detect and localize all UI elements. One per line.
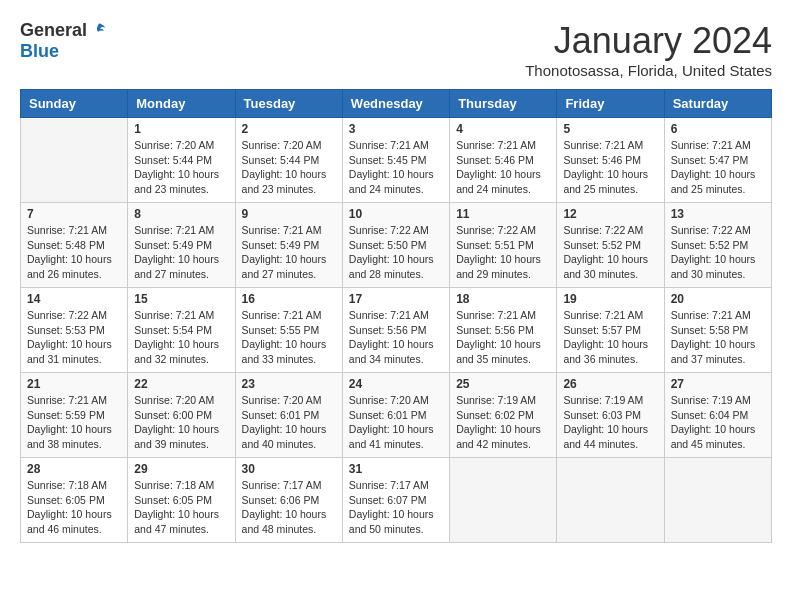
logo-general-text: General bbox=[20, 20, 87, 41]
day-number: 24 bbox=[349, 377, 443, 391]
day-info: Sunrise: 7:22 AM Sunset: 5:52 PM Dayligh… bbox=[671, 223, 765, 282]
calendar-cell: 3Sunrise: 7:21 AM Sunset: 5:45 PM Daylig… bbox=[342, 118, 449, 203]
calendar-header-monday: Monday bbox=[128, 90, 235, 118]
day-info: Sunrise: 7:20 AM Sunset: 5:44 PM Dayligh… bbox=[242, 138, 336, 197]
calendar-cell: 30Sunrise: 7:17 AM Sunset: 6:06 PM Dayli… bbox=[235, 458, 342, 543]
day-number: 30 bbox=[242, 462, 336, 476]
calendar-cell: 12Sunrise: 7:22 AM Sunset: 5:52 PM Dayli… bbox=[557, 203, 664, 288]
day-number: 15 bbox=[134, 292, 228, 306]
day-info: Sunrise: 7:20 AM Sunset: 6:01 PM Dayligh… bbox=[349, 393, 443, 452]
calendar-cell: 10Sunrise: 7:22 AM Sunset: 5:50 PM Dayli… bbox=[342, 203, 449, 288]
day-number: 5 bbox=[563, 122, 657, 136]
calendar-cell: 9Sunrise: 7:21 AM Sunset: 5:49 PM Daylig… bbox=[235, 203, 342, 288]
calendar-table: SundayMondayTuesdayWednesdayThursdayFrid… bbox=[20, 89, 772, 543]
day-number: 10 bbox=[349, 207, 443, 221]
day-number: 27 bbox=[671, 377, 765, 391]
calendar-cell: 1Sunrise: 7:20 AM Sunset: 5:44 PM Daylig… bbox=[128, 118, 235, 203]
day-info: Sunrise: 7:21 AM Sunset: 5:55 PM Dayligh… bbox=[242, 308, 336, 367]
day-info: Sunrise: 7:20 AM Sunset: 5:44 PM Dayligh… bbox=[134, 138, 228, 197]
logo-bird-icon bbox=[89, 21, 109, 41]
day-number: 20 bbox=[671, 292, 765, 306]
day-info: Sunrise: 7:21 AM Sunset: 5:59 PM Dayligh… bbox=[27, 393, 121, 452]
location-subtitle: Thonotosassa, Florida, United States bbox=[525, 62, 772, 79]
day-number: 3 bbox=[349, 122, 443, 136]
calendar-cell: 6Sunrise: 7:21 AM Sunset: 5:47 PM Daylig… bbox=[664, 118, 771, 203]
calendar-cell: 20Sunrise: 7:21 AM Sunset: 5:58 PM Dayli… bbox=[664, 288, 771, 373]
day-info: Sunrise: 7:19 AM Sunset: 6:03 PM Dayligh… bbox=[563, 393, 657, 452]
calendar-cell: 23Sunrise: 7:20 AM Sunset: 6:01 PM Dayli… bbox=[235, 373, 342, 458]
calendar-header-tuesday: Tuesday bbox=[235, 90, 342, 118]
day-number: 26 bbox=[563, 377, 657, 391]
calendar-cell bbox=[450, 458, 557, 543]
calendar-cell: 17Sunrise: 7:21 AM Sunset: 5:56 PM Dayli… bbox=[342, 288, 449, 373]
calendar-cell: 2Sunrise: 7:20 AM Sunset: 5:44 PM Daylig… bbox=[235, 118, 342, 203]
week-row-5: 28Sunrise: 7:18 AM Sunset: 6:05 PM Dayli… bbox=[21, 458, 772, 543]
day-info: Sunrise: 7:22 AM Sunset: 5:50 PM Dayligh… bbox=[349, 223, 443, 282]
day-info: Sunrise: 7:21 AM Sunset: 5:47 PM Dayligh… bbox=[671, 138, 765, 197]
day-number: 22 bbox=[134, 377, 228, 391]
calendar-cell: 16Sunrise: 7:21 AM Sunset: 5:55 PM Dayli… bbox=[235, 288, 342, 373]
day-info: Sunrise: 7:19 AM Sunset: 6:04 PM Dayligh… bbox=[671, 393, 765, 452]
calendar-cell: 5Sunrise: 7:21 AM Sunset: 5:46 PM Daylig… bbox=[557, 118, 664, 203]
calendar-cell: 19Sunrise: 7:21 AM Sunset: 5:57 PM Dayli… bbox=[557, 288, 664, 373]
day-info: Sunrise: 7:17 AM Sunset: 6:07 PM Dayligh… bbox=[349, 478, 443, 537]
day-info: Sunrise: 7:21 AM Sunset: 5:46 PM Dayligh… bbox=[563, 138, 657, 197]
day-number: 4 bbox=[456, 122, 550, 136]
calendar-cell: 29Sunrise: 7:18 AM Sunset: 6:05 PM Dayli… bbox=[128, 458, 235, 543]
calendar-cell: 22Sunrise: 7:20 AM Sunset: 6:00 PM Dayli… bbox=[128, 373, 235, 458]
day-number: 18 bbox=[456, 292, 550, 306]
week-row-4: 21Sunrise: 7:21 AM Sunset: 5:59 PM Dayli… bbox=[21, 373, 772, 458]
calendar-header-saturday: Saturday bbox=[664, 90, 771, 118]
day-info: Sunrise: 7:21 AM Sunset: 5:57 PM Dayligh… bbox=[563, 308, 657, 367]
calendar-cell: 25Sunrise: 7:19 AM Sunset: 6:02 PM Dayli… bbox=[450, 373, 557, 458]
day-number: 23 bbox=[242, 377, 336, 391]
day-number: 12 bbox=[563, 207, 657, 221]
day-info: Sunrise: 7:22 AM Sunset: 5:53 PM Dayligh… bbox=[27, 308, 121, 367]
calendar-cell: 8Sunrise: 7:21 AM Sunset: 5:49 PM Daylig… bbox=[128, 203, 235, 288]
day-number: 17 bbox=[349, 292, 443, 306]
calendar-cell bbox=[664, 458, 771, 543]
calendar-cell: 15Sunrise: 7:21 AM Sunset: 5:54 PM Dayli… bbox=[128, 288, 235, 373]
day-number: 1 bbox=[134, 122, 228, 136]
calendar-header-sunday: Sunday bbox=[21, 90, 128, 118]
page-header: General Blue January 2024 Thonotosassa, … bbox=[20, 20, 772, 79]
day-number: 25 bbox=[456, 377, 550, 391]
calendar-header-wednesday: Wednesday bbox=[342, 90, 449, 118]
day-info: Sunrise: 7:21 AM Sunset: 5:58 PM Dayligh… bbox=[671, 308, 765, 367]
day-info: Sunrise: 7:18 AM Sunset: 6:05 PM Dayligh… bbox=[134, 478, 228, 537]
day-info: Sunrise: 7:22 AM Sunset: 5:51 PM Dayligh… bbox=[456, 223, 550, 282]
day-number: 13 bbox=[671, 207, 765, 221]
logo-blue-text: Blue bbox=[20, 41, 59, 62]
day-number: 2 bbox=[242, 122, 336, 136]
calendar-cell: 28Sunrise: 7:18 AM Sunset: 6:05 PM Dayli… bbox=[21, 458, 128, 543]
day-number: 21 bbox=[27, 377, 121, 391]
calendar-cell: 21Sunrise: 7:21 AM Sunset: 5:59 PM Dayli… bbox=[21, 373, 128, 458]
calendar-cell: 31Sunrise: 7:17 AM Sunset: 6:07 PM Dayli… bbox=[342, 458, 449, 543]
week-row-1: 1Sunrise: 7:20 AM Sunset: 5:44 PM Daylig… bbox=[21, 118, 772, 203]
calendar-cell: 13Sunrise: 7:22 AM Sunset: 5:52 PM Dayli… bbox=[664, 203, 771, 288]
day-number: 29 bbox=[134, 462, 228, 476]
day-info: Sunrise: 7:20 AM Sunset: 6:01 PM Dayligh… bbox=[242, 393, 336, 452]
day-number: 19 bbox=[563, 292, 657, 306]
calendar-cell: 26Sunrise: 7:19 AM Sunset: 6:03 PM Dayli… bbox=[557, 373, 664, 458]
calendar-cell bbox=[557, 458, 664, 543]
day-number: 9 bbox=[242, 207, 336, 221]
calendar-cell bbox=[21, 118, 128, 203]
calendar-cell: 4Sunrise: 7:21 AM Sunset: 5:46 PM Daylig… bbox=[450, 118, 557, 203]
day-number: 8 bbox=[134, 207, 228, 221]
day-info: Sunrise: 7:21 AM Sunset: 5:49 PM Dayligh… bbox=[242, 223, 336, 282]
month-title: January 2024 bbox=[525, 20, 772, 62]
week-row-2: 7Sunrise: 7:21 AM Sunset: 5:48 PM Daylig… bbox=[21, 203, 772, 288]
logo: General Blue bbox=[20, 20, 109, 62]
day-info: Sunrise: 7:20 AM Sunset: 6:00 PM Dayligh… bbox=[134, 393, 228, 452]
calendar-cell: 24Sunrise: 7:20 AM Sunset: 6:01 PM Dayli… bbox=[342, 373, 449, 458]
day-info: Sunrise: 7:21 AM Sunset: 5:46 PM Dayligh… bbox=[456, 138, 550, 197]
day-number: 6 bbox=[671, 122, 765, 136]
calendar-cell: 14Sunrise: 7:22 AM Sunset: 5:53 PM Dayli… bbox=[21, 288, 128, 373]
day-number: 14 bbox=[27, 292, 121, 306]
day-number: 31 bbox=[349, 462, 443, 476]
calendar-cell: 27Sunrise: 7:19 AM Sunset: 6:04 PM Dayli… bbox=[664, 373, 771, 458]
day-info: Sunrise: 7:21 AM Sunset: 5:45 PM Dayligh… bbox=[349, 138, 443, 197]
calendar-cell: 11Sunrise: 7:22 AM Sunset: 5:51 PM Dayli… bbox=[450, 203, 557, 288]
day-info: Sunrise: 7:21 AM Sunset: 5:49 PM Dayligh… bbox=[134, 223, 228, 282]
